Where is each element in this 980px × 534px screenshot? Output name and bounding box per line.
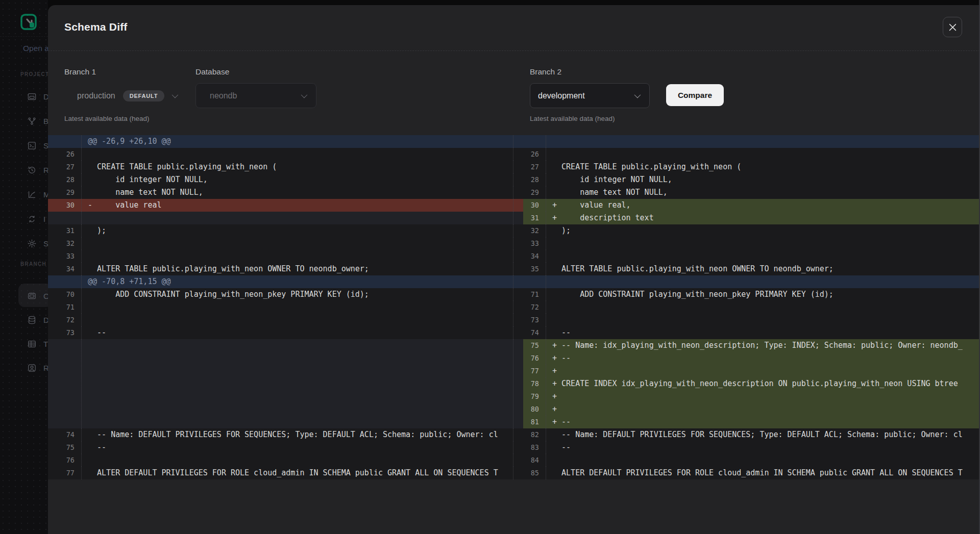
pane-scroll-gutter [513, 263, 523, 275]
pane-scroll-gutter [513, 301, 523, 314]
sidebar-item-tables[interactable]: T [27, 338, 48, 350]
sidebar-item-integrations[interactable]: I [27, 213, 45, 225]
sidebar-divider [0, 36, 48, 37]
close-button[interactable] [943, 17, 962, 37]
diff-line: 35 ALTER TABLE public.playing_with_neon … [523, 263, 980, 275]
diff-line-added: 81+ -- [523, 416, 980, 428]
diff-line: 34 [523, 250, 980, 263]
databases-icon [27, 315, 37, 325]
line-number: 75 [523, 339, 546, 352]
diff-line: 84 [523, 454, 980, 467]
line-number: 80 [523, 403, 546, 416]
sidebar-item-label: B [43, 117, 48, 125]
line-content: + description text [546, 212, 980, 224]
sidebar-item-settings[interactable]: S [27, 237, 48, 249]
chevron-down-icon [301, 92, 308, 98]
diff-line: 32 [48, 237, 523, 250]
sidebar-item-databases[interactable]: D [27, 314, 48, 326]
diff-line: 74 -- Name: DEFAULT PRIVILEGES FOR SEQUE… [48, 428, 523, 441]
sidebar-item-label: S [43, 141, 48, 150]
sidebar-item-restore[interactable]: R [27, 164, 48, 176]
line-content [81, 339, 513, 428]
sidebar-item-dashboard[interactable]: D [27, 90, 48, 103]
diff-hunk-header [523, 135, 980, 148]
compare-button[interactable]: Compare [666, 84, 724, 106]
branch2-value: development [538, 91, 585, 100]
diff-line-added: 80+ [523, 403, 980, 416]
line-content [81, 250, 513, 263]
sidebar-item-branches[interactable]: B [27, 115, 48, 127]
line-number: 77 [48, 467, 81, 479]
sidebar-item-monitoring[interactable]: M [27, 188, 48, 200]
diff-line-added: 30+ value real, [523, 199, 980, 212]
diff-line: 33 [523, 237, 980, 250]
line-content: CREATE TABLE public.playing_with_neon ( [81, 161, 513, 173]
sidebar-item-roles[interactable]: R [27, 362, 48, 374]
database-select[interactable]: neondb [195, 83, 316, 108]
header-divider [48, 50, 980, 51]
open-admin-button[interactable]: Open ad [23, 44, 48, 53]
diff-line: 76 [48, 454, 523, 467]
database-label: Database [195, 67, 229, 77]
pane-scroll-gutter [513, 275, 523, 288]
pane-scroll-gutter [513, 237, 523, 250]
pane-scroll-gutter [513, 454, 523, 467]
sidebar-section-project: PROJECT [20, 71, 48, 77]
diff-pane-left[interactable]: @@ -26,9 +26,10 @@2627 CREATE TABLE publ… [48, 135, 523, 479]
line-number: 35 [523, 263, 546, 275]
sidebar-item-label: D [43, 316, 48, 324]
line-content: -- [546, 326, 980, 339]
line-number: 82 [523, 428, 546, 441]
line-number: 26 [48, 148, 81, 161]
pane-scroll-gutter [513, 250, 523, 263]
diff-line-added: 76+ -- [523, 352, 980, 365]
diff-line: 31 ); [48, 224, 523, 237]
line-content [546, 250, 980, 263]
integrations-icon [27, 214, 37, 224]
line-number: 27 [48, 161, 81, 173]
settings-icon [27, 239, 37, 248]
line-number: 32 [48, 237, 81, 250]
line-number: 79 [523, 390, 546, 403]
branch2-select[interactable]: development [530, 83, 650, 108]
line-number [523, 135, 546, 148]
sidebar-item-label: M [43, 190, 48, 199]
sidebar-item-overview[interactable]: O [27, 290, 48, 302]
diff-line: 82 -- Name: DEFAULT PRIVILEGES FOR SEQUE… [523, 428, 980, 441]
line-content: -- Name: DEFAULT PRIVILEGES FOR SEQUENCE… [546, 428, 980, 441]
diff-line: 73 [523, 314, 980, 326]
pane-scroll-gutter [513, 161, 523, 173]
sidebar-item-label: S [43, 239, 48, 248]
line-content: + -- [546, 416, 980, 428]
line-content [546, 301, 980, 314]
neon-logo[interactable] [20, 14, 37, 30]
line-content: ALTER DEFAULT PRIVILEGES FOR ROLE cloud_… [546, 467, 980, 479]
diff-line: 32 ); [523, 224, 980, 237]
line-number: 73 [48, 326, 81, 339]
diff-line: 83 -- [523, 441, 980, 454]
diff-line: 70 ADD CONSTRAINT playing_with_neon_pkey… [48, 288, 523, 301]
sidebar-item-label: O [43, 292, 48, 300]
line-number: 34 [523, 250, 546, 263]
line-content: ); [81, 224, 513, 237]
line-content: + [546, 365, 980, 377]
branches-icon [27, 116, 37, 126]
diff-hunk-header [523, 275, 980, 288]
diff-line-added: 78+ CREATE INDEX idx_playing_with_neon_d… [523, 377, 980, 390]
line-number: 30 [523, 199, 546, 212]
line-number: 75 [48, 441, 81, 454]
pane-scroll-gutter [513, 467, 523, 479]
line-content: + value real, [546, 199, 980, 212]
sidebar-item-sql-editor[interactable]: S [27, 139, 48, 151]
branch1-head-note: Latest available data (head) [64, 115, 150, 122]
diff-pane-right[interactable]: 2627 CREATE TABLE public.playing_with_ne… [523, 135, 980, 479]
line-content: + [546, 390, 980, 403]
branch1-select[interactable]: production DEFAULT [64, 83, 177, 108]
diff-line: 28 id integer NOT NULL, [523, 173, 980, 186]
line-number: 30 [48, 199, 81, 212]
line-content: @@ -70,8 +71,15 @@ [81, 275, 513, 288]
line-number: 74 [48, 428, 81, 441]
pane-scroll-gutter [513, 199, 523, 212]
sidebar-item-label: R [43, 364, 48, 372]
diff-hunk-header: @@ -26,9 +26,10 @@ [48, 135, 523, 148]
